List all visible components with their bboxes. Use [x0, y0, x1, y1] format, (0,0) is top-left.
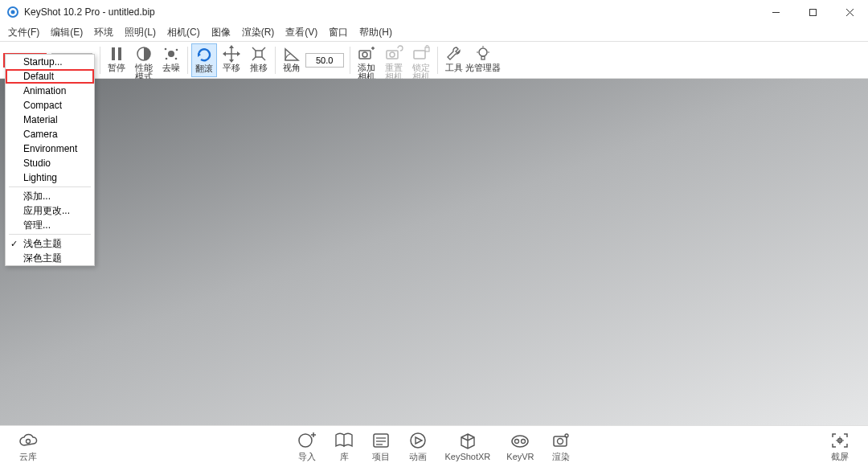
svg-point-9 [168, 51, 174, 57]
menu-window[interactable]: 窗口 [326, 24, 351, 41]
lightbulb-icon [473, 45, 493, 63]
workspace-item-material[interactable]: Material [6, 113, 94, 127]
svg-point-49 [522, 440, 526, 444]
camera-render-icon [551, 431, 571, 450]
svg-rect-7 [118, 47, 121, 60]
minimize-button[interactable] [757, 0, 794, 24]
cloud-library-button[interactable]: 云库 [18, 431, 39, 463]
tools-button[interactable]: 工具 [441, 43, 467, 77]
camera-reset-icon [384, 45, 403, 63]
import-button[interactable]: 导入 [297, 431, 317, 463]
keyvr-button[interactable]: KeyVR [506, 432, 534, 461]
focal-length-input[interactable] [305, 53, 344, 68]
library-button[interactable]: 库 [334, 431, 354, 463]
dolly-button[interactable]: 推移 [246, 43, 272, 77]
render-button[interactable]: 渲染 [551, 431, 571, 463]
svg-marker-15 [229, 45, 234, 48]
keyshotxr-button[interactable]: KeyShotXR [444, 432, 490, 461]
svg-point-10 [164, 47, 166, 50]
svg-point-51 [557, 438, 563, 444]
maximize-button[interactable] [794, 0, 831, 24]
menu-help[interactable]: 帮助(H) [356, 24, 395, 41]
move-icon [222, 45, 241, 63]
denoise-button[interactable]: 去噪 [158, 43, 184, 77]
svg-point-38 [299, 434, 312, 447]
menu-separator [9, 234, 91, 235]
svg-rect-30 [414, 51, 425, 59]
pan-button[interactable]: 平移 [219, 43, 244, 77]
svg-rect-19 [256, 51, 262, 57]
menu-lighting[interactable]: 照明(L) [121, 24, 159, 41]
lock-camera-button[interactable]: 锁定 相机 [408, 43, 434, 77]
vr-icon [510, 432, 530, 451]
import-icon [297, 431, 317, 450]
svg-line-23 [262, 57, 265, 60]
svg-point-11 [175, 48, 178, 51]
camera-lock-icon [411, 45, 431, 63]
workspace-item-animation[interactable]: Animation [6, 84, 94, 98]
menu-edit[interactable]: 编辑(E) [47, 24, 86, 41]
svg-point-29 [390, 52, 395, 57]
tumble-button[interactable]: 翻滚 [191, 43, 217, 77]
workspace-apply[interactable]: 应用更改... [6, 203, 94, 218]
toolbar-separator [437, 47, 438, 74]
app-logo-icon [6, 6, 19, 18]
theme-dark[interactable]: 深色主题 [6, 251, 94, 265]
toolbar-separator [350, 47, 350, 74]
workspace-manage[interactable]: 管理... [6, 218, 94, 232]
pause-button[interactable]: 暂停 [104, 43, 129, 77]
menu-separator [9, 186, 91, 187]
workspace-item-camera[interactable]: Camera [6, 127, 94, 141]
screenshot-button[interactable]: 截屏 [829, 431, 850, 463]
menu-environment[interactable]: 环境 [91, 24, 117, 41]
cloud-icon [18, 431, 39, 450]
menu-view[interactable]: 查看(V) [282, 24, 321, 41]
menu-image[interactable]: 图像 [208, 24, 234, 41]
svg-point-48 [515, 440, 519, 444]
app-title: KeyShot 10.2 Pro - untitled.bip [24, 6, 155, 18]
workspace-item-environment[interactable]: Environment [6, 141, 94, 156]
svg-point-13 [174, 57, 177, 59]
svg-line-22 [252, 57, 256, 60]
check-icon: ✓ [10, 239, 18, 249]
add-camera-button[interactable]: 添加 相机 [354, 43, 379, 77]
menu-camera[interactable]: 相机(C) [164, 24, 203, 41]
menu-render[interactable]: 渲染(R) [239, 24, 278, 41]
svg-point-52 [565, 434, 568, 437]
pause-icon [107, 45, 126, 63]
close-button[interactable] [831, 0, 868, 24]
svg-line-21 [262, 47, 265, 51]
workspace-item-lighting[interactable]: Lighting [6, 170, 94, 185]
svg-rect-31 [425, 47, 429, 51]
render-viewport[interactable] [0, 79, 868, 425]
animation-button[interactable]: 动画 [407, 431, 428, 463]
svg-marker-46 [416, 437, 422, 444]
wrench-icon [444, 45, 464, 63]
bottom-bar: 云库 导入 库 项目 动画 KeyShotXR KeyVR 渲染 截屏 [0, 425, 868, 467]
toolbar-separator [100, 47, 100, 74]
svg-point-12 [165, 57, 167, 59]
toolbar: Startup▾ 100 %▾ 暂停 性能 模式 去噪 翻滚 平移 推移 视角 … [0, 42, 868, 79]
svg-rect-33 [481, 56, 485, 59]
reset-camera-button[interactable]: 重置 相机 [381, 43, 407, 77]
svg-marker-18 [237, 51, 240, 56]
workspace-item-startup[interactable]: Startup... [6, 55, 94, 69]
rotate-icon [194, 46, 214, 63]
workspace-add[interactable]: 添加... [6, 189, 94, 203]
theme-light[interactable]: ✓浅色主题 [6, 236, 94, 251]
title-bar: KeyShot 10.2 Pro - untitled.bip [0, 0, 868, 24]
play-circle-icon [407, 431, 428, 450]
workspace-item-compact[interactable]: Compact [6, 98, 94, 113]
svg-line-20 [252, 47, 256, 51]
fov-button[interactable]: 视角 [279, 43, 305, 77]
workspace-item-default[interactable]: Default [6, 69, 94, 84]
menu-file[interactable]: 文件(F) [5, 24, 43, 41]
svg-point-37 [27, 439, 31, 443]
workspace-item-studio[interactable]: Studio [6, 156, 94, 170]
window-controls [757, 0, 868, 24]
project-button[interactable]: 项目 [371, 431, 391, 463]
svg-marker-17 [223, 51, 226, 56]
light-manager-button[interactable]: 光管理器 [469, 43, 497, 77]
svg-point-25 [362, 52, 367, 57]
performance-mode-button[interactable]: 性能 模式 [131, 43, 157, 77]
